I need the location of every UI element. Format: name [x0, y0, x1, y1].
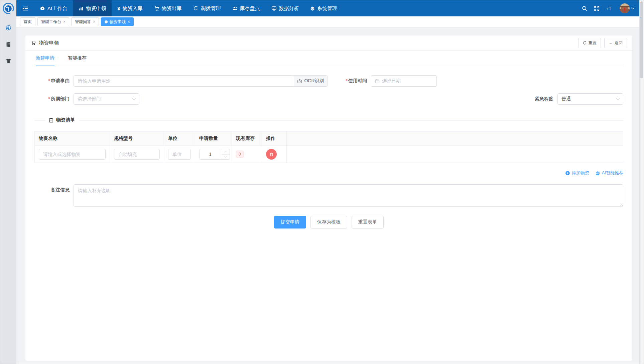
nav-label: 物资申领 — [86, 5, 106, 12]
tab-material-request[interactable]: 物资申领 × — [101, 17, 134, 26]
nav-label: 物资出库 — [162, 5, 182, 12]
address-book-icon[interactable] — [5, 41, 11, 48]
tshirt-icon[interactable] — [5, 58, 12, 64]
reason-input[interactable] — [74, 75, 294, 87]
cart-icon — [154, 6, 159, 11]
chevron-down-icon — [631, 6, 635, 10]
top-navbar: AI工作台 物资申领 ¥ 物资入库 物资出库 调拨管理 — [16, 0, 639, 16]
robot-icon — [595, 171, 600, 176]
decrease-icon[interactable] — [221, 155, 230, 160]
globe-icon[interactable] — [5, 24, 12, 31]
nav-item-inventory-check[interactable]: 库存盘点 — [227, 0, 266, 16]
search-icon[interactable] — [582, 5, 588, 11]
chevron-down-icon — [132, 96, 136, 100]
department-label: *所属部门 — [34, 96, 74, 102]
stock-badge: 0 — [236, 151, 244, 158]
urgency-select[interactable]: 普通 — [557, 93, 623, 105]
svg-text:T: T — [606, 7, 608, 11]
card-body: 新建申请 智能推荐 *申请事由 OCR识别 *使用时 — [25, 51, 632, 361]
nav-item-ai-workbench[interactable]: AI工作台 — [34, 0, 73, 16]
sync-icon — [193, 6, 199, 11]
submit-button[interactable]: 提交申请 — [274, 216, 306, 229]
close-icon[interactable]: × — [128, 20, 130, 24]
spec-input[interactable] — [114, 149, 160, 160]
window-scrollbar[interactable] — [639, 0, 644, 364]
trash-icon — [269, 152, 274, 157]
icon-sidebar — [0, 0, 16, 364]
tab-home[interactable]: 首页 — [20, 17, 35, 26]
fullscreen-icon[interactable] — [594, 6, 600, 11]
collapse-menu-icon[interactable] — [18, 0, 32, 16]
tab-smart-qa[interactable]: 智能问答 × — [71, 17, 99, 26]
increase-icon[interactable] — [221, 149, 230, 155]
user-menu[interactable] — [620, 3, 634, 13]
gear-icon: ⚙ — [310, 6, 315, 11]
app-window: AI工作台 物资申领 ¥ 物资入库 物资出库 调拨管理 — [0, 0, 644, 364]
nav-item-material-request[interactable]: 物资申领 — [73, 0, 112, 16]
camera-icon — [297, 79, 302, 84]
materials-table: 物资名称 规格型号 单位 申请数量 现有库存 操作 — [34, 131, 623, 163]
tab-label: 智能工作台 — [41, 19, 61, 25]
page-tabbar: 首页 智能工作台 × 智能问答 × 物资申领 × — [16, 16, 639, 27]
material-request-card: 物资申领 重置 ← 返回 — [25, 35, 633, 361]
col-empty — [287, 131, 623, 146]
material-name-input[interactable] — [39, 149, 106, 160]
tab-new-application[interactable]: 新建申请 — [36, 51, 54, 66]
tab-smart-workbench[interactable]: 智能工作台 × — [37, 17, 69, 26]
users-icon — [232, 6, 238, 11]
nav-label: AI工作台 — [47, 5, 67, 12]
reset-button[interactable]: 重置 — [578, 38, 601, 48]
nav-item-data-analysis[interactable]: 数据分析 — [266, 0, 305, 16]
nav-item-material-inbound[interactable]: ¥ 物资入库 — [112, 0, 148, 16]
scrollbar-thumb[interactable] — [640, 1, 643, 78]
nav-item-system-management[interactable]: ⚙ 系统管理 — [305, 0, 343, 16]
save-template-button[interactable]: 保存为模板 — [310, 216, 347, 229]
font-size-icon[interactable]: TT — [606, 5, 613, 11]
back-arrow-icon: ← — [609, 41, 613, 45]
close-icon[interactable]: × — [63, 20, 66, 24]
nav-item-transfer-management[interactable]: 调拨管理 — [187, 0, 227, 16]
add-material-link[interactable]: 添加物资 — [565, 170, 589, 176]
remarks-textarea[interactable] — [74, 184, 623, 207]
use-time-label: *使用时间 — [328, 78, 371, 84]
use-time-date-picker[interactable]: 选择日期 — [371, 75, 437, 87]
tab-label: 首页 — [24, 19, 32, 25]
page-title-wrap: 物资申领 — [31, 40, 59, 46]
chevron-down-icon — [616, 96, 620, 100]
col-material-name: 物资名称 — [35, 131, 110, 146]
ai-recommend-link[interactable]: AI智能推荐 — [595, 170, 623, 176]
nav-label: 系统管理 — [317, 5, 337, 12]
urgency-label: 紧急程度 — [514, 96, 557, 102]
nav-label: 库存盘点 — [240, 5, 260, 12]
bar-chart-icon — [79, 6, 84, 11]
svg-text:T: T — [609, 6, 611, 11]
tab-label: 物资申领 — [110, 19, 126, 25]
active-dot-icon — [105, 20, 108, 23]
back-button[interactable]: ← 返回 — [604, 38, 627, 48]
table-header-row: 物资名称 规格型号 单位 申请数量 现有库存 操作 — [35, 131, 623, 146]
monitor-icon — [271, 6, 277, 11]
col-spec-model: 规格型号 — [110, 131, 164, 146]
page-title: 物资申领 — [39, 40, 59, 46]
footer-actions: 提交申请 保存为模板 重置表单 — [34, 216, 623, 229]
department-select[interactable]: 请选择部门 — [74, 93, 139, 105]
reason-input-group: OCR识别 — [74, 75, 328, 87]
table-links: 添加物资 AI智能推荐 — [34, 170, 623, 176]
tab-label: 智能问答 — [75, 19, 91, 25]
close-icon[interactable]: × — [93, 20, 95, 24]
quantity-input[interactable] — [200, 149, 221, 159]
tab-smart-recommend[interactable]: 智能推荐 — [68, 51, 87, 66]
card-header: 物资申领 重置 ← 返回 — [25, 35, 632, 51]
quantity-stepper — [199, 149, 230, 160]
reset-form-button[interactable]: 重置表单 — [352, 216, 384, 229]
nav-item-material-outbound[interactable]: 物资出库 — [148, 0, 187, 16]
ocr-button[interactable]: OCR识别 — [294, 75, 328, 87]
cart-icon — [31, 40, 36, 46]
remarks-label: 备注信息 — [34, 184, 74, 193]
col-unit: 单位 — [164, 131, 195, 146]
clipboard-icon — [48, 117, 54, 123]
delete-row-button[interactable] — [266, 149, 277, 160]
refresh-icon — [583, 41, 587, 45]
unit-input[interactable] — [168, 149, 191, 160]
content-area: 物资申领 重置 ← 返回 — [16, 27, 639, 364]
